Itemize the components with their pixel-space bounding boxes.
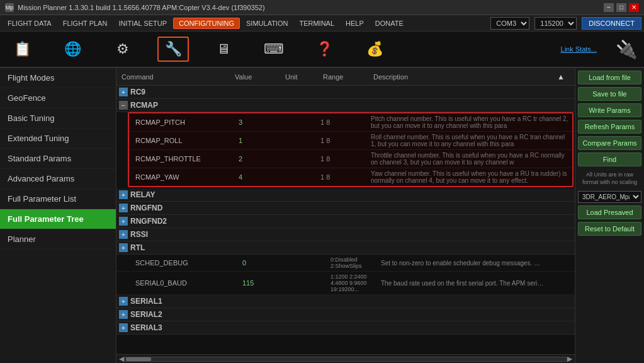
param-rcmap-roll[interactable]: RCMAP_ROLL 1 1 8 Roll channel number. Th… — [129, 132, 572, 150]
baud-rate-select[interactable]: 115200 — [534, 17, 577, 30]
panel-note: All Units are in raw format with no scal… — [578, 171, 641, 186]
header-command: Command — [121, 73, 235, 81]
param-sched-debug[interactable]: SCHED_DEBUG 0 0:Disabled 2:ShowSlips Set… — [116, 255, 575, 272]
link-stats-link[interactable]: Link Stats... — [561, 45, 597, 53]
toolbar-flight-plan[interactable]: 🌐 — [57, 39, 88, 59]
menu-simulation[interactable]: SIMULATION — [241, 18, 293, 28]
close-button[interactable]: ✕ — [629, 3, 639, 12]
disconnect-button[interactable]: DISCONNECT — [582, 17, 641, 30]
menu-donate[interactable]: DONATE — [370, 18, 409, 28]
group-relay-label: RELAY — [130, 190, 155, 199]
plug-icon: 🔌 — [616, 40, 638, 59]
flight-data-icon: 📋 — [12, 39, 32, 59]
group-serial3[interactable]: + SERIAL3 — [116, 321, 575, 335]
param-rcmap-throttle-name: RCMAP_THROTTLE — [132, 155, 239, 163]
menu-config-tuning[interactable]: CONFIG/TUNING — [173, 18, 240, 29]
load-from-file-button[interactable]: Load from file — [578, 71, 641, 84]
menu-terminal[interactable]: TERMINAL — [294, 18, 339, 28]
title-bar: Mp Mission Planner 1.3.30.1 build 1.1.56… — [0, 0, 644, 15]
write-params-button[interactable]: Write Params — [578, 103, 641, 117]
plug-area: 🔌 — [616, 39, 638, 60]
presaved-select[interactable]: 3DR_AERO_Mpars — [578, 191, 641, 203]
param-rcmap-yaw-value: 4 — [239, 173, 283, 181]
param-sched-debug-value: 0 — [242, 259, 293, 267]
param-serial0-baud-desc: The baud rate used on the first serial p… — [381, 280, 545, 287]
table-header: Command Value Unit Range Description ▲ — [116, 68, 575, 86]
param-rcmap-yaw-name: RCMAP_YAW — [132, 173, 239, 181]
group-rssi-icon: + — [119, 230, 128, 239]
donate-icon: 💰 — [364, 39, 385, 59]
group-rtl[interactable]: + RTL — [116, 241, 575, 255]
param-serial0-baud[interactable]: SERIAL0_BAUD 115 1:1200 2:2400 4:4800 9:… — [116, 272, 575, 295]
horizontal-scrollbar[interactable]: ◀ ▶ — [116, 354, 575, 363]
restore-button[interactable]: □ — [616, 3, 626, 12]
sidebar-item-planner[interactable]: Planner — [0, 229, 116, 250]
group-serial2[interactable]: + SERIAL2 — [116, 308, 575, 321]
toolbar-config-tuning[interactable]: 🔧 — [157, 37, 189, 62]
param-rcmap-roll-range: 1 8 — [320, 137, 371, 144]
toolbar-flight-data[interactable]: 📋 — [6, 39, 38, 59]
group-rssi[interactable]: + RSSI — [116, 228, 575, 241]
toolbar-help[interactable]: ❓ — [308, 39, 340, 59]
toolbar-right: Link Stats... — [561, 45, 597, 53]
param-rcmap-throttle[interactable]: RCMAP_THROTTLE 2 1 8 Throttle channel nu… — [129, 150, 572, 168]
flight-plan-icon: 🌐 — [62, 39, 82, 59]
group-rc9[interactable]: + RC9 — [116, 86, 575, 99]
toolbar-terminal[interactable]: ⌨ — [258, 39, 290, 59]
sidebar-item-full-parameter-tree[interactable]: Full Parameter Tree — [0, 209, 116, 229]
find-button[interactable]: Find — [578, 153, 641, 166]
table-body[interactable]: + RC9 − RCMAP RCMAP_PITCH 3 1 8 Pitch ch… — [116, 86, 575, 354]
group-serial1[interactable]: + SERIAL1 — [116, 295, 575, 308]
param-rcmap-yaw[interactable]: RCMAP_YAW 4 1 8 Yaw channel number. This… — [129, 168, 572, 186]
group-rngfnd-icon: + — [119, 204, 128, 212]
minimize-button[interactable]: − — [604, 3, 614, 12]
reset-to-default-button[interactable]: Reset to Default — [578, 222, 641, 236]
group-relay-icon: + — [119, 190, 128, 199]
param-sched-debug-desc: Set to non-zero to enable scheduler debu… — [381, 260, 545, 267]
group-rc9-label: RC9 — [130, 88, 145, 96]
group-serial2-icon: + — [119, 310, 128, 319]
sidebar-item-full-parameter-list[interactable]: Full Parameter List — [0, 189, 116, 209]
group-rngfnd2-label: RNGFND2 — [130, 217, 167, 226]
sidebar: Flight Modes GeoFence Basic Tuning Exten… — [0, 68, 116, 363]
toolbar-donate[interactable]: 💰 — [359, 39, 390, 59]
toolbar-simulation[interactable]: 🖥 — [208, 39, 239, 59]
param-rcmap-roll-value: 1 — [239, 137, 283, 144]
toolbar-initial-setup[interactable]: ⚙ — [107, 39, 138, 59]
content-area: Command Value Unit Range Description ▲ +… — [116, 68, 575, 363]
menu-flight-plan[interactable]: FLIGHT PLAN — [58, 18, 113, 28]
menu-help[interactable]: HELP — [341, 18, 369, 28]
compare-params-button[interactable]: Compare Params — [578, 136, 641, 150]
toolbar: 📋 🌐 ⚙ 🔧 🖥 ⌨ ❓ 💰 Link Stats... 🔌 — [0, 32, 644, 68]
group-serial3-icon: + — [119, 323, 128, 332]
sidebar-item-flight-modes[interactable]: Flight Modes — [0, 68, 116, 88]
param-rcmap-pitch[interactable]: RCMAP_PITCH 3 1 8 Pitch channel number. … — [129, 113, 572, 132]
menu-initial-setup[interactable]: INITIAL SETUP — [113, 18, 172, 28]
simulation-icon: 🖥 — [213, 39, 234, 59]
group-rcmap[interactable]: − RCMAP — [116, 99, 575, 112]
sidebar-item-basic-tuning[interactable]: Basic Tuning — [0, 108, 116, 129]
hscroll-track[interactable] — [124, 357, 567, 362]
terminal-icon: ⌨ — [264, 39, 284, 59]
sidebar-item-extended-tuning[interactable]: Extended Tuning — [0, 129, 116, 149]
com-port-select[interactable]: COM3 — [490, 17, 529, 30]
group-rngfnd2[interactable]: + RNGFND2 — [116, 215, 575, 228]
group-rngfnd[interactable]: + RNGFND — [116, 202, 575, 215]
initial-setup-icon: ⚙ — [113, 39, 133, 59]
sidebar-item-geofence[interactable]: GeoFence — [0, 88, 116, 108]
save-to-file-button[interactable]: Save to file — [578, 87, 641, 101]
sidebar-item-advanced-params[interactable]: Advanced Params — [0, 169, 116, 189]
sidebar-item-standard-params[interactable]: Standard Params — [0, 149, 116, 169]
param-serial0-baud-value: 115 — [242, 279, 293, 287]
group-relay[interactable]: + RELAY — [116, 188, 575, 202]
load-presaved-button[interactable]: Load Presaved — [578, 205, 641, 219]
config-tuning-icon: 🔧 — [163, 39, 183, 59]
refresh-params-button[interactable]: Refresh Params — [578, 120, 641, 134]
param-sched-debug-range: 0:Disabled 2:ShowSlips — [330, 256, 381, 269]
group-serial1-icon: + — [119, 297, 128, 306]
group-rc9-icon: + — [119, 88, 128, 96]
window-controls: − □ ✕ — [604, 3, 639, 12]
menu-flight-data[interactable]: FLIGHT DATA — [3, 18, 57, 28]
hscroll-thumb[interactable] — [126, 357, 151, 361]
param-rcmap-throttle-range: 1 8 — [320, 155, 371, 163]
